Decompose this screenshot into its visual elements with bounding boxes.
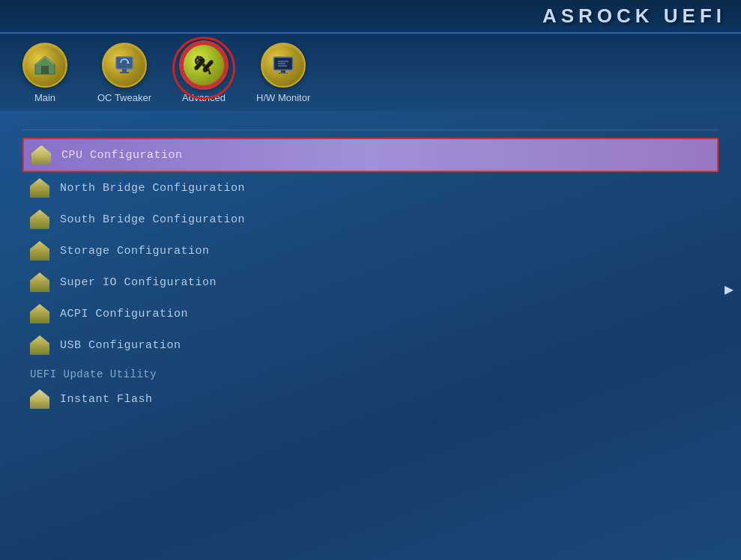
- acpi-config-icon: [30, 304, 49, 323]
- super-io-label: Super IO Configuration: [60, 276, 217, 289]
- tab-hw-monitor-label: H/W Monitor: [256, 92, 310, 103]
- utility-section-header: UEFI Update Utility: [22, 361, 719, 383]
- cursor-indicator: ▶: [725, 280, 734, 299]
- usb-config-label: USB Configuration: [60, 339, 181, 352]
- svg-rect-4: [122, 69, 127, 72]
- tab-advanced-icon: [181, 43, 226, 88]
- main-content: CPU Configuration North Bridge Configura…: [0, 111, 741, 430]
- tab-advanced[interactable]: Advanced: [181, 43, 226, 103]
- cpu-config-icon: [31, 145, 51, 165]
- menu-item-usb-config[interactable]: USB Configuration: [22, 329, 719, 361]
- tab-oc-tweaker-icon: [102, 43, 147, 88]
- tab-main-label: Main: [34, 92, 55, 103]
- monitor-icon: [272, 54, 294, 76]
- svg-rect-5: [120, 72, 129, 73]
- south-bridge-icon: [30, 210, 49, 229]
- north-bridge-label: North Bridge Configuration: [60, 182, 245, 195]
- north-bridge-icon: [30, 178, 49, 198]
- menu-item-storage-config[interactable]: Storage Configuration: [22, 235, 719, 267]
- instant-flash-icon: [30, 389, 49, 409]
- top-divider: [22, 130, 719, 130]
- tab-hw-monitor[interactable]: H/W Monitor: [256, 43, 310, 103]
- tab-hw-monitor-icon: [261, 43, 306, 88]
- menu-item-south-bridge[interactable]: South Bridge Configuration: [22, 204, 719, 235]
- tab-main[interactable]: Main: [22, 43, 67, 103]
- svg-rect-1: [41, 66, 49, 74]
- tab-oc-tweaker[interactable]: OC Tweaker: [97, 43, 151, 103]
- storage-config-icon: [30, 241, 49, 261]
- menu-item-instant-flash[interactable]: Instant Flash: [22, 383, 719, 415]
- oc-tweaker-icon: [113, 54, 136, 76]
- instant-flash-label: Instant Flash: [60, 393, 153, 406]
- south-bridge-label: South Bridge Configuration: [60, 213, 245, 226]
- tab-advanced-label: Advanced: [182, 92, 226, 103]
- svg-rect-12: [281, 70, 285, 73]
- acpi-config-label: ACPI Configuration: [60, 308, 188, 320]
- wrench-icon: [192, 53, 216, 77]
- home-icon: [34, 54, 56, 76]
- menu-item-acpi-config[interactable]: ACPI Configuration: [22, 298, 719, 329]
- menu-item-north-bridge[interactable]: North Bridge Configuration: [22, 172, 719, 204]
- menu-item-super-io[interactable]: Super IO Configuration: [22, 267, 719, 298]
- svg-rect-13: [279, 73, 288, 74]
- super-io-icon: [30, 273, 49, 292]
- tab-main-icon: [22, 43, 67, 88]
- menu-item-cpu-config[interactable]: CPU Configuration: [22, 138, 719, 172]
- app-title: ASROCK UEFI: [542, 4, 726, 28]
- cpu-config-label: CPU Configuration: [61, 149, 183, 162]
- storage-config-label: Storage Configuration: [60, 245, 210, 258]
- usb-config-icon: [30, 335, 49, 355]
- header-bar: ASROCK UEFI: [0, 0, 741, 34]
- tab-oc-tweaker-label: OC Tweaker: [97, 92, 151, 103]
- nav-tabs: Main OC Tweaker: [0, 34, 741, 111]
